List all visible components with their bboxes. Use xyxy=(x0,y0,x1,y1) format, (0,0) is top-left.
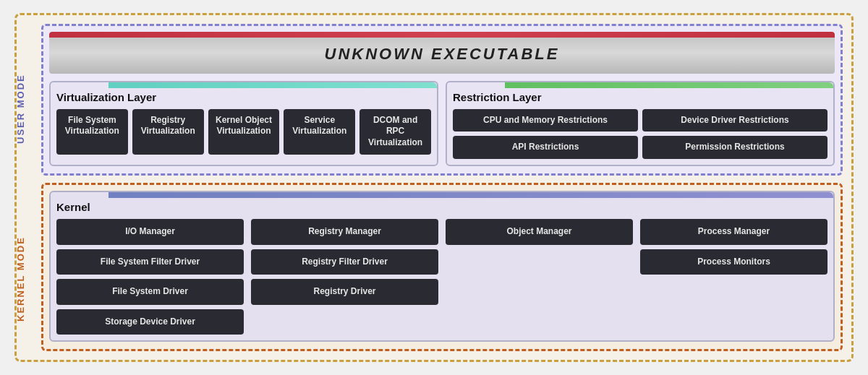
kernel-process-monitors: Process Monitors xyxy=(640,249,827,275)
panel-row: Virtualization Layer File SystemVirtuali… xyxy=(49,81,835,166)
user-mode-label: USER MODE xyxy=(15,30,26,189)
kernel-fs-driver: File System Driver xyxy=(56,279,244,305)
kernel-process-manager: Process Manager xyxy=(640,219,827,245)
kernel-storage-driver: Storage Device Driver xyxy=(56,309,244,335)
virtualization-boxes: File SystemVirtualization RegistryVirtua… xyxy=(56,109,431,155)
kernel-col-2: Registry Manager Registry Filter Driver … xyxy=(251,219,438,335)
kernel-col-3: Object Manager xyxy=(446,219,633,335)
restrict-box-0: CPU and Memory Restrictions xyxy=(453,109,638,132)
restrict-box-3: Permission Restrictions xyxy=(642,136,827,159)
virt-box-4: DCOM and RPCVirtualization xyxy=(359,109,431,155)
restriction-layer-panel: Restriction Layer CPU and Memory Restric… xyxy=(446,81,835,166)
kernel-registry-driver: Registry Driver xyxy=(251,279,438,305)
kernel-registry-filter-driver: Registry Filter Driver xyxy=(251,249,438,275)
restriction-layer-title: Restriction Layer xyxy=(453,91,827,103)
restrict-box-2: API Restrictions xyxy=(453,136,638,159)
unknown-executable-bar: UNKNOWN EXECUTABLE xyxy=(49,32,835,74)
virtualization-layer-panel: Virtualization Layer File SystemVirtuali… xyxy=(49,81,438,166)
kernel-mode-section: Kernel I/O Manager File System Filter Dr… xyxy=(41,183,843,351)
virtualization-layer-title: Virtualization Layer xyxy=(56,91,431,103)
kernel-panel: Kernel I/O Manager File System Filter Dr… xyxy=(49,191,835,342)
virt-box-3: ServiceVirtualization xyxy=(284,109,355,155)
unknown-executable-text: UNKNOWN EXECUTABLE xyxy=(49,45,835,64)
restrict-box-1: Device Driver Restrictions xyxy=(642,109,827,132)
kernel-registry-manager: Registry Manager xyxy=(251,219,438,245)
kernel-boxes-row: I/O Manager File System Filter Driver Fi… xyxy=(56,219,827,335)
virt-box-2: Kernel ObjectVirtualization xyxy=(208,109,280,155)
kernel-mode-label: KERNEL MODE xyxy=(15,199,26,358)
kernel-fs-filter-driver: File System Filter Driver xyxy=(56,249,244,275)
kernel-io-manager: I/O Manager xyxy=(56,219,244,245)
main-diagram: USER MODE KERNEL MODE UNKNOWN EXECUTABLE… xyxy=(14,13,854,363)
virt-box-1: RegistryVirtualization xyxy=(132,109,204,155)
kernel-col-1: I/O Manager File System Filter Driver Fi… xyxy=(56,219,244,335)
virt-box-0: File SystemVirtualization xyxy=(56,109,128,155)
kernel-col-4: Process Manager Process Monitors xyxy=(640,219,827,335)
user-mode-section: UNKNOWN EXECUTABLE Virtualization Layer … xyxy=(41,24,843,176)
kernel-object-manager: Object Manager xyxy=(446,219,633,245)
restriction-boxes: CPU and Memory Restrictions Device Drive… xyxy=(453,109,827,159)
kernel-title: Kernel xyxy=(56,201,827,213)
